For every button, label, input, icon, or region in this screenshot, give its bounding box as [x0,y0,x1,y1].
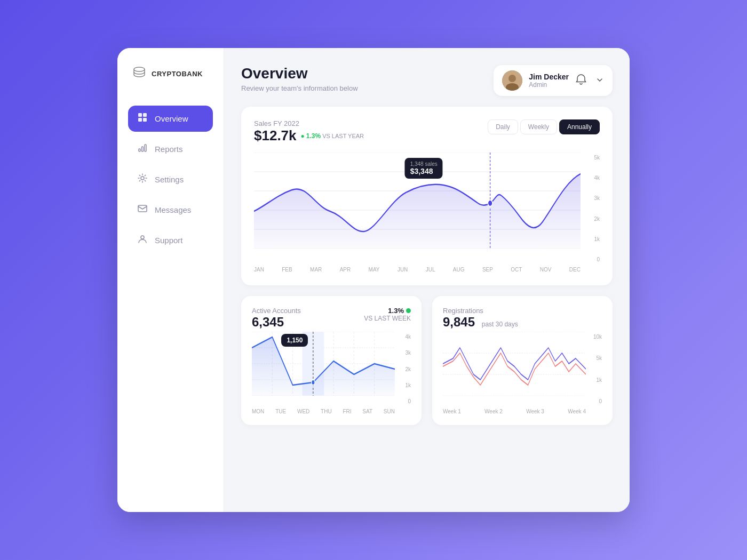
messages-icon [137,203,148,217]
tab-weekly[interactable]: Weekly [520,119,557,134]
user-role: Admin [529,81,569,89]
support-icon [137,234,148,247]
accounts-title: Active Accounts [252,307,301,315]
time-tabs: Daily Weekly Annually [488,119,600,134]
logo-text: CRYPTOBANK [152,70,203,78]
accounts-header: Active Accounts 6,345 1.3% VS LAST WEEK [252,307,411,330]
svg-point-0 [134,67,145,71]
chevron-down-icon[interactable] [595,76,604,86]
sales-info: Sales FY 2022 $12.7k ● 1.3% VS LAST YEAR [254,119,364,144]
logo: CRYPTOBANK [128,65,213,82]
app-container: CRYPTOBANK Overview Repor [117,48,630,512]
page-header: Overview Review your team's information … [241,65,613,96]
accounts-chart-wrapper: 1,150 4k 3k 2k 1k 0 MON TUE [252,332,411,414]
reg-header: Registrations 9,845 past 30 days [443,307,602,330]
dot-green-accounts [406,308,411,313]
sidebar-item-overview[interactable]: Overview [128,106,213,132]
sidebar-label-overview: Overview [155,114,188,123]
sales-change-badge: ● 1.3% VS LAST YEAR [301,132,364,140]
main-content: Overview Review your team's information … [224,48,630,512]
accounts-y-labels: 4k 3k 2k 1k 0 [395,332,411,406]
sidebar-label-support: Support [155,236,183,245]
tab-annually[interactable]: Annually [559,119,600,134]
svg-rect-3 [138,118,142,122]
svg-rect-6 [142,147,144,151]
user-info: Jim Decker Admin [529,73,569,89]
reg-x-labels: Week 1 Week 2 Week 3 Week 4 [443,406,602,414]
overview-icon [137,112,148,125]
settings-icon [137,173,148,186]
svg-rect-4 [143,118,147,122]
sidebar-label-reports: Reports [155,145,183,154]
sales-header: Sales FY 2022 $12.7k ● 1.3% VS LAST YEAR… [254,119,600,144]
sidebar-item-settings[interactable]: Settings [128,166,213,193]
reg-chart-svg [443,332,586,396]
registrations-card: Registrations 9,845 past 30 days [432,296,613,425]
accounts-badge: 1.3% VS LAST WEEK [364,307,411,322]
svg-point-21 [488,200,492,206]
sales-chart-svg [254,153,581,249]
page-subtitle: Review your team's information below [241,84,358,92]
sidebar-item-reports[interactable]: Reports [128,136,213,162]
svg-rect-2 [143,113,147,117]
svg-point-35 [312,380,315,385]
accounts-value: 6,345 [252,315,301,330]
page-title: Overview [241,65,358,82]
reports-icon [137,142,148,156]
dot-green-sales: ● [301,132,305,140]
svg-point-10 [141,236,144,239]
x-axis-labels: JAN FEB MAR APR MAY JUN JUL AUG SEP OCT … [254,265,600,273]
sales-chart-wrapper: 1,348 sales $3,348 5k 4k 3k 2k 1k 0 JAN [254,153,600,273]
sidebar-item-messages[interactable]: Messages [128,197,213,223]
sidebar-label-messages: Messages [155,205,191,214]
user-card: Jim Decker Admin [494,65,613,96]
svg-rect-5 [139,149,140,151]
accounts-chart-svg [252,332,395,396]
sidebar-item-support[interactable]: Support [128,227,213,253]
sales-period-label: Sales FY 2022 [254,119,364,127]
reg-value: 9,845 past 30 days [443,315,518,330]
svg-rect-9 [138,205,147,212]
svg-point-12 [508,75,516,82]
accounts-x-labels: MON TUE WED THU FRI SAT SUN [252,406,411,414]
sidebar: CRYPTOBANK Overview Repor [117,48,224,512]
sidebar-label-settings: Settings [155,175,184,184]
reg-chart-wrapper: 10k 5k 1k 0 Week 1 Week 2 Week 3 Week 4 [443,332,602,414]
bottom-row: Active Accounts 6,345 1.3% VS LAST WEEK [241,296,613,425]
svg-point-8 [141,177,144,180]
y-axis-labels: 5k 4k 3k 2k 1k 0 [581,153,600,265]
tab-daily[interactable]: Daily [488,119,518,134]
sales-value: $12.7k ● 1.3% VS LAST YEAR [254,127,364,144]
reg-title: Registrations [443,307,518,315]
header-text: Overview Review your team's information … [241,65,358,92]
avatar [502,70,522,91]
reg-y-labels: 10k 5k 1k 0 [586,332,602,406]
svg-rect-1 [138,113,142,117]
sales-chart-card: Sales FY 2022 $12.7k ● 1.3% VS LAST YEAR… [241,107,613,285]
bell-icon[interactable] [575,74,587,88]
logo-icon [132,65,146,82]
svg-rect-7 [145,145,146,151]
active-accounts-card: Active Accounts 6,345 1.3% VS LAST WEEK [241,296,422,425]
user-name: Jim Decker [529,73,569,81]
